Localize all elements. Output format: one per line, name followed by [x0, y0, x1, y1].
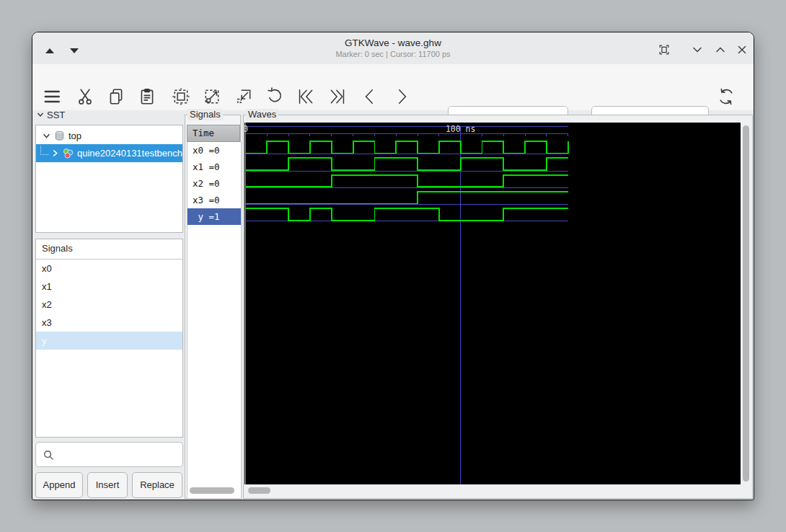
list-item[interactable]: x3: [36, 314, 182, 332]
shift-left-end-icon[interactable]: [296, 87, 315, 106]
expander-right-icon[interactable]: [51, 149, 59, 157]
table-row[interactable]: x1 =0: [187, 159, 241, 175]
table-row[interactable]: x3 =0: [187, 192, 241, 208]
module-icon: [62, 148, 74, 159]
insert-button[interactable]: Insert: [87, 472, 128, 498]
search-icon: [43, 450, 54, 461]
waveform-trace-x3: [246, 192, 568, 204]
marker-cursor-status: Marker: 0 sec | Cursor: 11700 ps: [32, 50, 754, 58]
table-row[interactable]: y =1: [187, 208, 241, 225]
replace-button[interactable]: Replace: [132, 472, 182, 498]
expander-down-icon[interactable]: [43, 132, 50, 140]
list-item[interactable]: x2: [36, 296, 182, 314]
values-list: x0 =0x1 =0x2 =0x3 =0 y =1: [187, 142, 242, 499]
signal-name-list: x0x1x2x3y: [36, 260, 182, 350]
list-item[interactable]: x1: [36, 278, 182, 296]
waveform-trace-x2: [246, 175, 568, 187]
values-panel: Signals Time x0 =0x1 =0x2 =0x3 =0 y =1: [185, 115, 241, 499]
sst-tree: top quine20240131testbench: [35, 125, 183, 233]
wave-canvas-svg: 0100 ns: [244, 123, 741, 484]
minimize-icon[interactable]: [690, 43, 705, 57]
tree-item-testbench[interactable]: quine20240131testbench: [36, 144, 182, 162]
sst-label: SST: [47, 110, 65, 120]
fullscreen-icon[interactable]: [657, 43, 671, 57]
desktop: GTKWave - wave.ghw Marker: 0 sec | Curso…: [0, 0, 786, 532]
zoom-in-icon[interactable]: [234, 87, 253, 106]
sst-section: SST: [37, 110, 65, 120]
tree-item-label: top: [69, 130, 81, 141]
list-item[interactable]: y: [36, 332, 182, 350]
waves-panel-legend: Waves: [246, 109, 278, 120]
values-hscrollbar[interactable]: [187, 485, 240, 497]
search-box: [35, 442, 183, 467]
tree-connector: [40, 146, 48, 155]
tree-item-label: quine20240131testbench: [77, 148, 182, 159]
timescale-label: 0: [244, 124, 248, 134]
waves-panel: Waves 0100 ns: [243, 115, 753, 499]
menu-icon[interactable]: [43, 87, 61, 106]
table-row[interactable]: x0 =0: [187, 142, 241, 159]
list-item[interactable]: x0: [36, 260, 182, 278]
maximize-icon[interactable]: [713, 43, 728, 57]
window-title: GTKWave - wave.ghw: [32, 37, 754, 48]
waveform-trace-x0: [246, 141, 568, 154]
time-column-header[interactable]: Time: [187, 125, 240, 142]
table-row[interactable]: x2 =0: [187, 175, 241, 192]
facilities-header: Signals: [36, 239, 182, 260]
waveform-trace-x1: [246, 158, 568, 170]
fetch-right-icon[interactable]: [392, 87, 411, 106]
titlebar: GTKWave - wave.ghw Marker: 0 sec | Curso…: [32, 32, 754, 65]
reload-icon[interactable]: [717, 87, 736, 106]
fetch-left-icon[interactable]: [361, 87, 379, 106]
hierarchy-root-icon: [54, 130, 65, 141]
gtkwave-window: GTKWave - wave.ghw Marker: 0 sec | Curso…: [32, 32, 754, 500]
timescale-label: 100 ns: [446, 124, 476, 134]
close-icon[interactable]: [735, 43, 749, 57]
facilities-panel: Signals x0x1x2x3y: [35, 239, 183, 438]
copy-icon[interactable]: [107, 87, 125, 106]
waves-hscrollbar[interactable]: [244, 485, 752, 497]
waves-vscrollbar[interactable]: [741, 124, 751, 483]
toolbar: From: To:: [32, 64, 754, 110]
cut-icon[interactable]: [76, 87, 94, 106]
undo-icon[interactable]: [265, 87, 284, 106]
zoom-fit-icon[interactable]: [172, 87, 190, 106]
zoom-out-full-icon[interactable]: [203, 87, 221, 106]
shift-right-end-icon[interactable]: [328, 87, 347, 106]
paste-icon[interactable]: [138, 87, 156, 106]
tree-item-top[interactable]: top: [36, 128, 182, 144]
append-button[interactable]: Append: [35, 472, 83, 498]
chevron-down-icon[interactable]: [37, 111, 44, 118]
values-panel-legend: Signals: [187, 109, 223, 120]
wave-canvas[interactable]: 0100 ns: [244, 123, 741, 484]
search-input[interactable]: [58, 445, 182, 466]
waveform-trace-y: [246, 208, 568, 221]
